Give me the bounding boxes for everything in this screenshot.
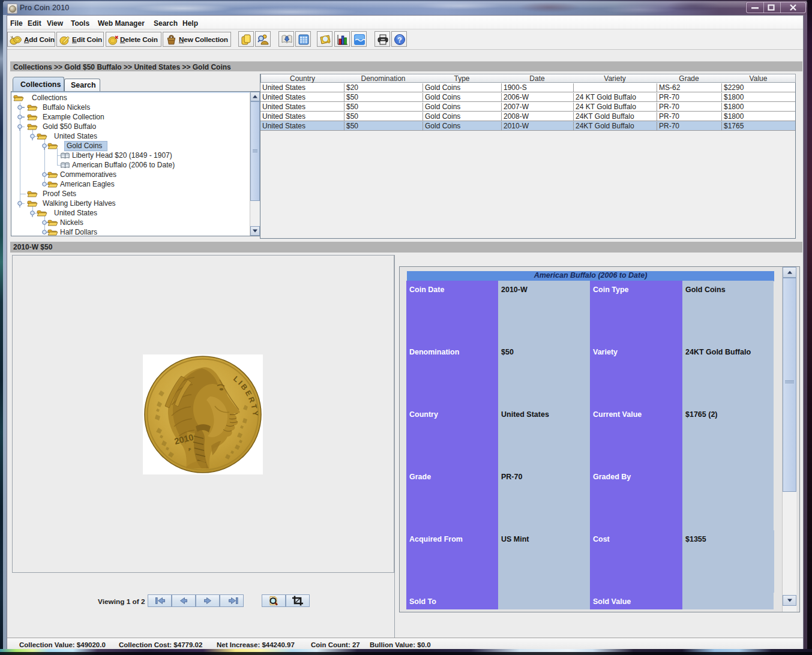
svg-text:?: ? bbox=[397, 36, 401, 44]
svg-text:F: F bbox=[188, 447, 191, 452]
